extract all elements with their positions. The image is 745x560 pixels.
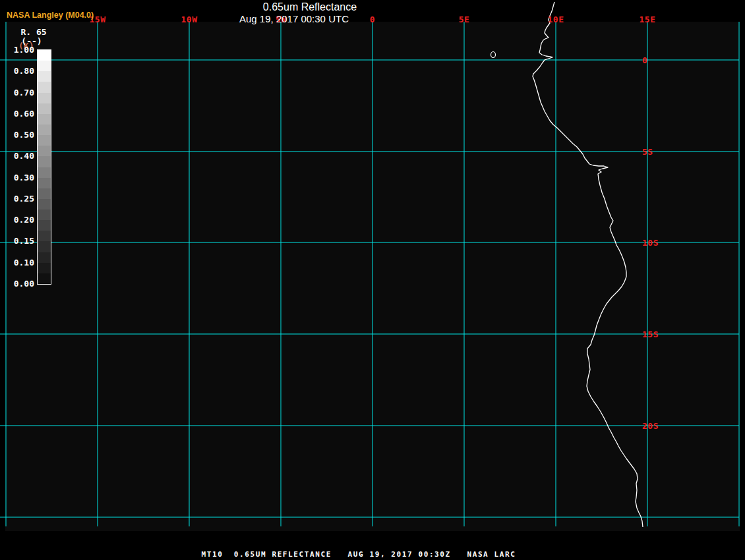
lon-label-15E: 15E bbox=[640, 14, 656, 24]
satellite-viewer-canvas: NASA Langley (M04.0) 0.65um Reflectance … bbox=[0, 0, 745, 560]
colorbar-tick-label: 0.20 bbox=[0, 215, 34, 225]
footer-caption: MT10 0.65UM REFLECTANCE AUG 19, 2017 00:… bbox=[0, 550, 717, 559]
colorbar-tick-label: 0.70 bbox=[0, 88, 34, 98]
colorbar-tick-label: 1.00 bbox=[0, 45, 34, 55]
colorbar-tick-label: 0.40 bbox=[0, 151, 34, 161]
colorbar-tick-label: 0.00 bbox=[0, 279, 34, 289]
colorbar-scale bbox=[37, 49, 51, 285]
lat-label-5S: 5S bbox=[642, 147, 653, 157]
colorbar-tick-label: 0.30 bbox=[0, 173, 34, 182]
colorbar-tick-label: 0.15 bbox=[0, 236, 34, 246]
lat-label-10S: 10S bbox=[642, 238, 659, 248]
image-timestamp: Aug 19, 2017 00:30 UTC bbox=[0, 13, 588, 24]
colorbar-tick-label: 0.25 bbox=[0, 194, 34, 204]
map-plot bbox=[0, 0, 745, 560]
colorbar-tick-label: 0.50 bbox=[0, 130, 34, 140]
colorbar-tick-label: 0.60 bbox=[0, 109, 34, 119]
lat-label-20S: 20S bbox=[642, 421, 659, 431]
colorbar-title: R. 65 bbox=[17, 27, 50, 37]
lat-label-0: 0 bbox=[642, 55, 647, 65]
colorbar-tick-label: 0.10 bbox=[0, 258, 34, 267]
image-title: 0.65um Reflectance bbox=[0, 1, 620, 13]
colorbar-tick-label: 0.80 bbox=[0, 66, 34, 76]
lat-label-15S: 15S bbox=[642, 329, 659, 339]
colorbar-units: (--) bbox=[17, 36, 46, 46]
